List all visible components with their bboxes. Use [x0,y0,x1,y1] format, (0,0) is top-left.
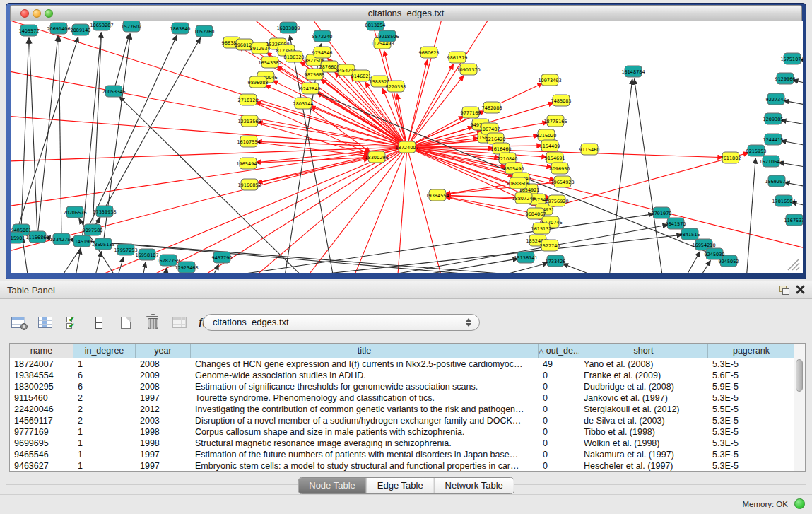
column-header-title[interactable]: title [191,344,539,358]
table-cell[interactable]: Wolkin et al. (1998) [579,438,708,449]
table-cell[interactable]: Investigating the contribution of common… [191,404,539,415]
graph-node[interactable]: 16033809 [276,22,300,33]
graph-node[interactable]: 15692971 [765,175,788,187]
table-cell[interactable]: 9465546 [10,449,73,460]
column-header-short[interactable]: short [579,344,708,358]
graph-node[interactable]: 9097588 [83,224,103,235]
graph-node[interactable]: 9154691 [545,152,565,163]
graph-node[interactable]: 9875685 [305,69,325,80]
graph-node[interactable]: 11156869 [25,231,49,243]
table-cell[interactable]: 5.3E-5 [708,358,795,370]
table-cell[interactable]: Changes of HCN gene expression and I(f) … [191,358,539,370]
table-cell[interactable]: 5.6E-5 [708,370,795,381]
graph-node[interactable]: 1145190 [72,235,93,247]
graph-node[interactable]: 1209385 [763,113,784,124]
table-selector-dropdown[interactable]: citations_edges.txt [203,314,480,331]
column-header-in_degree[interactable]: in_degree [73,344,136,358]
table-cell[interactable]: Genome-wide association studies in ADHD. [191,370,539,381]
graph-node[interactable]: 8572240 [312,30,333,42]
graph-node[interactable]: 1167533 [784,214,803,226]
graph-node[interactable]: 7485083 [551,95,572,106]
graph-node[interactable]: 9861379 [447,52,468,63]
table-cell[interactable]: 2003 [136,415,191,426]
table-cell[interactable]: de Silva et al. (2003) [579,415,708,426]
table-cell[interactable]: 5.3E-5 [708,426,795,438]
column-settings-icon[interactable] [37,314,54,331]
graph-node[interactable]: 10688609 [506,177,529,189]
table-cell[interactable]: 2 [73,415,136,426]
table-cell[interactable]: 1 [73,438,136,449]
table-cell[interactable]: 0 [539,426,579,438]
graph-node[interactable]: 3915901 [11,232,25,243]
table-cell[interactable]: 14569117 [10,415,73,426]
table-cell[interactable]: Dudbridge et al. (2008) [579,381,708,392]
graph-node[interactable]: 8791970 [652,207,672,218]
graph-node[interactable]: 10901370 [457,64,480,75]
table-row[interactable]: 1872400712008Changes of HCN gene express… [10,358,805,370]
tab-node-table[interactable]: Node Table [298,478,367,493]
graph-node[interactable]: 9227342 [766,93,787,105]
graph-node[interactable]: 18724007 [395,141,418,153]
table-cell[interactable]: Tourette syndrome. Phenomenology and cla… [191,392,539,404]
table-cell[interactable]: Hescheler et al. (1997) [579,460,708,472]
graph-node[interactable]: 12213563 [237,115,261,127]
graph-node[interactable]: 13505135 [91,238,114,250]
graph-node[interactable]: 1052760 [194,25,215,37]
tab-network-table[interactable]: Network Table [435,478,514,493]
graph-node[interactable]: 19756928 [545,195,568,206]
graph-node[interactable]: 1615132 [531,223,552,234]
network-canvas[interactable]: 1872400796638228960128891293415226058812… [11,21,803,273]
table-row[interactable]: 1938455462009Genome-wide association stu… [10,370,805,381]
graph-node[interactable]: 19218506 [375,30,399,42]
graph-node[interactable]: 19654923 [551,176,574,187]
graph-node[interactable]: 20691406 [47,23,70,34]
graph-node[interactable]: 10653287 [90,21,113,30]
graph-node[interactable]: 9457790 [212,252,233,263]
table-cell[interactable]: 0 [539,438,579,449]
table-cell[interactable]: 18724007 [10,358,73,370]
graph-node[interactable]: 9245030 [705,248,725,259]
graph-node[interactable]: 9129966 [775,73,796,84]
table-cell[interactable]: 0 [539,449,579,460]
column-icon[interactable] [90,314,107,331]
table-cell[interactable]: 1998 [136,426,191,438]
column-header-out_de[interactable]: △out_de... [539,344,579,358]
table-cell[interactable]: Nakamura et al. (1997) [579,449,708,460]
graph-node[interactable]: 7462086 [482,102,502,113]
table-row[interactable]: 2242004622012Investigating the contribut… [10,404,805,415]
graph-node[interactable]: 1863640 [170,23,191,34]
graph-node[interactable]: 8186328 [284,51,305,62]
table-cell[interactable]: Franke et al. (2009) [579,370,708,381]
graph-node[interactable]: 2089143 [71,24,91,35]
delete-column-icon[interactable] [144,314,161,331]
table-cell[interactable]: Corpus callosum shape and size in male p… [191,426,539,438]
graph-node[interactable]: 12923468 [175,262,198,273]
graph-node[interactable]: 19166852 [237,179,261,190]
table-cell[interactable]: 0 [539,392,579,404]
float-panel-icon[interactable] [779,286,789,295]
table-cell[interactable]: Embryonic stem cells: a model to study s… [191,460,539,472]
table-cell[interactable]: 2008 [136,358,191,370]
delete-table-icon-disabled[interactable] [171,314,188,331]
graph-node[interactable]: 9242848 [300,83,321,94]
network-window-titlebar[interactable]: citations_edges.txt [10,5,802,21]
graph-node[interactable]: 9660625 [419,47,440,58]
table-cell[interactable]: 1 [73,358,136,370]
table-cell[interactable]: Estimation of the future numbers of pati… [191,449,539,460]
table-cell[interactable]: 5.3E-5 [708,392,795,404]
graph-node[interactable]: 18807249 [512,192,535,204]
column-header-pagerank[interactable]: pagerank [708,344,795,358]
table-cell[interactable]: 22420046 [10,404,73,415]
table-cell[interactable]: 6 [73,370,136,381]
graph-node[interactable]: 8220358 [386,81,406,92]
graph-node[interactable]: 20206576 [63,206,86,218]
table-cell[interactable]: 19384554 [10,370,73,381]
table-cell[interactable]: Tibbo et al. (1998) [579,426,708,438]
column-header-year[interactable]: year [136,344,191,358]
graph-node[interactable]: 10973493 [538,74,561,86]
table-cell[interactable]: 1 [73,426,136,438]
table-cell[interactable]: 9463627 [10,460,73,472]
table-cell[interactable]: Stergiakouli et al. (2012) [579,404,708,415]
table-cell[interactable]: 6 [73,381,136,392]
graph-node[interactable]: 9146821 [351,70,372,81]
